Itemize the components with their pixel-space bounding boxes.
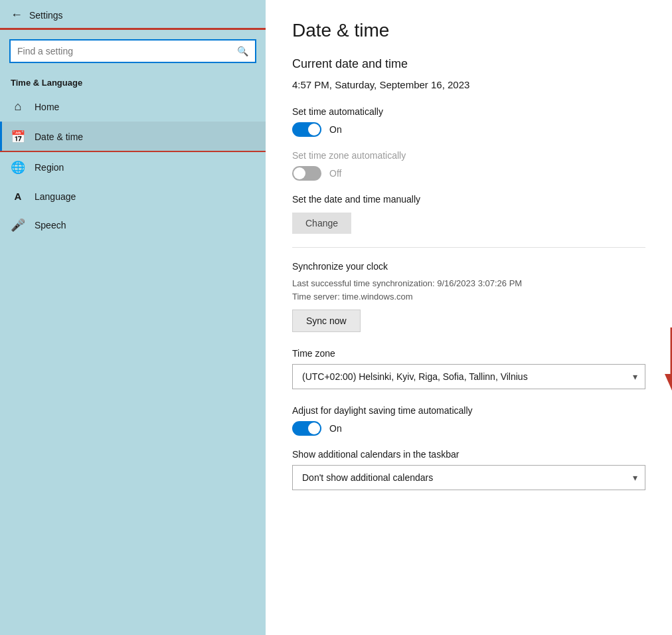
additional-calendars-label: Show additional calendars in the taskbar: [292, 449, 645, 460]
set-timezone-auto-row: Set time zone automatically Off: [292, 150, 645, 181]
back-icon: ←: [11, 8, 23, 22]
globe-icon: 🌐: [11, 160, 25, 175]
current-time-display: 4:57 PM, Saturday, September 16, 2023: [292, 79, 645, 90]
timezone-dropdown[interactable]: (UTC+02:00) Helsinki, Kyiv, Riga, Sofia,…: [292, 364, 645, 389]
sync-info-line2: Time server: time.windows.com: [292, 290, 645, 304]
search-box: 🔍: [9, 39, 256, 63]
page-title: Date & time: [292, 20, 645, 41]
sidebar-title: Settings: [29, 10, 63, 21]
sync-section: Synchronize your clock Last successful t…: [292, 261, 645, 332]
language-icon: A: [11, 191, 25, 202]
timezone-dropdown-wrapper: (UTC+02:00) Helsinki, Kyiv, Riga, Sofia,…: [292, 364, 645, 389]
daylight-label: Adjust for daylight saving time automati…: [292, 405, 645, 416]
additional-calendars-row: Show additional calendars in the taskbar…: [292, 449, 645, 490]
daylight-thumb: [308, 422, 320, 434]
timezone-label: Time zone: [292, 348, 645, 359]
change-button[interactable]: Change: [292, 213, 351, 234]
set-timezone-auto-state: Off: [329, 168, 341, 179]
sidebar-item-date-time-label: Date & time: [35, 132, 83, 142]
sidebar-header: ← Settings: [0, 0, 266, 30]
set-time-auto-toggle-row: On: [292, 122, 645, 137]
divider-1: [292, 247, 645, 248]
daylight-row: Adjust for daylight saving time automati…: [292, 405, 645, 436]
additional-calendars-dropdown-wrapper: Don't show additional calendars ▾: [292, 465, 645, 490]
timezone-section: Time zone (UTC+02:00) Helsinki, Kyiv, Ri…: [292, 348, 645, 389]
set-timezone-auto-label: Set time zone automatically: [292, 150, 645, 161]
sidebar-item-language[interactable]: A Language: [0, 183, 266, 210]
sidebar-item-region-label: Region: [35, 162, 64, 173]
daylight-toggle-row: On: [292, 421, 645, 436]
search-icon: 🔍: [230, 41, 255, 62]
daylight-toggle[interactable]: [292, 421, 321, 436]
sidebar-item-date-time[interactable]: 📅 Date & time: [0, 122, 266, 152]
set-timezone-auto-thumb: [294, 167, 305, 179]
daylight-state: On: [329, 423, 342, 434]
svg-marker-1: [665, 374, 672, 391]
set-manual-row: Set the date and time manually Change: [292, 194, 645, 234]
set-time-auto-state: On: [329, 124, 342, 135]
set-time-auto-label: Set time automatically: [292, 106, 645, 117]
calendar-icon: 📅: [11, 130, 25, 144]
sidebar-item-region[interactable]: 🌐 Region: [0, 152, 266, 183]
set-timezone-auto-toggle-row: Off: [292, 166, 645, 181]
sync-info-line1: Last successful time synchronization: 9/…: [292, 277, 645, 290]
sync-label: Synchronize your clock: [292, 261, 645, 272]
sync-info: Last successful time synchronization: 9/…: [292, 277, 645, 303]
set-manual-label: Set the date and time manually: [292, 194, 645, 205]
section-label: Time & Language: [0, 72, 266, 92]
main-content: Date & time Current date and time 4:57 P…: [266, 0, 672, 635]
sync-now-button[interactable]: Sync now: [292, 310, 361, 332]
sidebar: ← Settings 🔍 Time & Language Home 📅 Date…: [0, 0, 266, 635]
set-time-auto-toggle[interactable]: [292, 122, 321, 137]
set-time-auto-row: Set time automatically On: [292, 106, 645, 137]
sidebar-item-language-label: Language: [35, 191, 76, 202]
red-arrow-svg: [662, 324, 672, 391]
search-container: 🔍: [0, 30, 266, 72]
current-date-time-section: Current date and time: [292, 57, 645, 71]
sidebar-item-speech-label: Speech: [35, 220, 66, 230]
sidebar-item-speech[interactable]: 🎤 Speech: [0, 210, 266, 240]
set-timezone-auto-toggle[interactable]: [292, 166, 321, 181]
sidebar-item-home-label: Home: [35, 102, 59, 112]
home-icon: [11, 100, 25, 114]
set-time-auto-thumb: [308, 124, 320, 136]
search-input[interactable]: [11, 41, 230, 62]
red-arrow-indicator: [662, 324, 672, 391]
speech-icon: 🎤: [11, 218, 25, 232]
sidebar-item-home[interactable]: Home: [0, 92, 266, 122]
additional-calendars-dropdown[interactable]: Don't show additional calendars: [292, 465, 645, 490]
back-button[interactable]: ←: [11, 8, 23, 22]
